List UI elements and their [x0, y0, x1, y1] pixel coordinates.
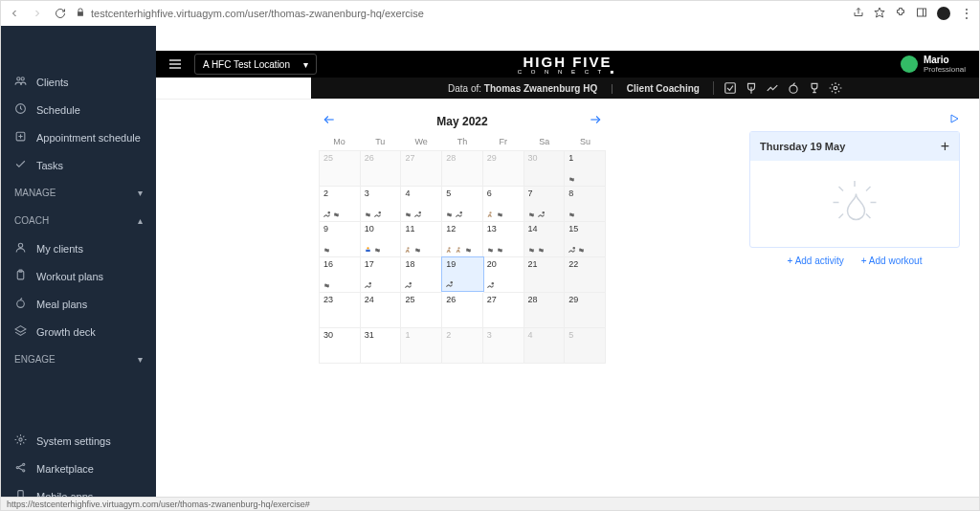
gear-icon[interactable] [829, 81, 842, 95]
calendar-day[interactable]: 2 [442, 328, 483, 364]
calendar-day[interactable]: 4 [524, 328, 566, 364]
sidebar-item-clients[interactable]: Clients [1, 68, 156, 96]
sidebar-item-meal-plans[interactable]: Meal plans [1, 290, 156, 318]
calendar-day[interactable]: 30 [524, 151, 566, 187]
sidebar-item-workout-plans[interactable]: Workout plans [1, 262, 156, 290]
star-icon[interactable] [874, 7, 885, 21]
calendar-day[interactable]: 20 [483, 257, 524, 293]
calendar-day[interactable]: 9 [320, 222, 361, 257]
calendar-day[interactable]: 12 [442, 222, 483, 257]
calendar-day[interactable]: 13 [483, 222, 524, 257]
calendar-day[interactable]: 27 [483, 293, 524, 328]
calendar-day[interactable]: 14 [524, 222, 566, 257]
kebab-icon[interactable]: ⋮ [960, 7, 973, 20]
calendar-day[interactable]: 19 [441, 256, 484, 292]
calendar-day[interactable]: 7 [524, 187, 566, 222]
day-panel: Thursday 19 May + [749, 131, 960, 248]
sidebar-item-schedule[interactable]: Schedule [1, 96, 156, 123]
hamburger-button[interactable] [156, 56, 194, 72]
activity-icon [445, 280, 454, 289]
extensions-icon[interactable] [895, 7, 906, 21]
checkbox-icon[interactable] [724, 81, 737, 95]
sidebar-section-engage[interactable]: ENGAGE ▾ [1, 345, 156, 373]
activity-icon [568, 175, 576, 184]
calendar-day[interactable]: 11 [401, 222, 442, 257]
calendar-day[interactable]: 30 [320, 328, 361, 364]
calendar-day[interactable]: 28 [442, 151, 483, 187]
calendar-day[interactable]: 3 [361, 187, 402, 222]
calendar-day[interactable]: 23 [320, 293, 361, 328]
calendar-day[interactable]: 31 [361, 328, 402, 364]
svg-point-31 [328, 212, 330, 214]
calendar-day[interactable]: 26 [361, 151, 402, 187]
calendar-day[interactable]: 21 [524, 257, 566, 293]
apple-icon[interactable] [787, 81, 800, 95]
calendar-day[interactable]: 3 [483, 328, 524, 364]
calendar-day[interactable]: 5 [565, 328, 606, 364]
reload-button[interactable] [53, 6, 68, 21]
user-menu[interactable]: Mario Professional [901, 55, 979, 74]
profile-avatar[interactable] [937, 7, 950, 20]
address-bar[interactable]: testcenterhighfive.virtuagym.com/user/th… [76, 8, 845, 19]
scale-icon[interactable] [745, 81, 758, 95]
sidebar-item-appointment-schedule[interactable]: Appointment schedule [1, 123, 156, 151]
svg-rect-37 [366, 250, 370, 252]
calendar-day[interactable]: 15 [565, 222, 606, 257]
calendar-day[interactable]: 4 [401, 187, 442, 222]
calendar-day[interactable]: 10 [361, 222, 402, 257]
calendar-day[interactable]: 26 [442, 293, 483, 328]
chart-icon[interactable] [766, 81, 779, 95]
share-icon [14, 461, 27, 476]
activity-icon [404, 211, 412, 219]
activity-icon [332, 211, 341, 219]
sidebar-item-my-clients[interactable]: My clients [1, 234, 156, 262]
calendar-day[interactable]: 17 [361, 257, 402, 293]
svg-line-19 [18, 468, 22, 470]
panel-icon[interactable] [916, 7, 927, 21]
svg-point-36 [543, 212, 545, 214]
sidebar-section-coach[interactable]: COACH ▴ [1, 207, 156, 234]
calendar-day[interactable]: 27 [401, 151, 442, 187]
back-button[interactable] [7, 6, 22, 21]
calendar-day[interactable]: 1 [401, 328, 442, 364]
calendar-day[interactable]: 24 [361, 293, 402, 328]
svg-point-40 [449, 247, 451, 249]
sidebar-item-tasks[interactable]: Tasks [1, 151, 156, 179]
calendar-day[interactable]: 8 [565, 187, 606, 222]
calendar-day[interactable]: 1 [565, 151, 606, 187]
forward-button[interactable] [30, 6, 45, 21]
calendar: May 2022 MoTuWeThFrSaSu 2526272829301234… [319, 113, 606, 364]
calendar-day[interactable]: 29 [565, 293, 606, 328]
calendar-day[interactable]: 25 [320, 151, 361, 187]
add-workout-link[interactable]: + Add workout [861, 256, 923, 266]
calendar-day[interactable]: 25 [401, 293, 442, 328]
play-button[interactable] [948, 113, 960, 127]
activity-icon [323, 246, 331, 255]
activity-icon [373, 246, 382, 255]
prev-month-button[interactable] [323, 113, 336, 129]
share-icon[interactable] [853, 7, 864, 21]
sidebar-item-system-settings[interactable]: System settings [1, 427, 156, 455]
calendar-day[interactable]: 29 [483, 151, 524, 187]
calendar-day[interactable]: 22 [565, 257, 606, 293]
activity-icon [527, 246, 536, 255]
add-activity-link[interactable]: + Add activity [788, 256, 844, 266]
sidebar-section-manage[interactable]: MANAGE ▾ [1, 179, 156, 207]
calendar-day[interactable]: 28 [524, 293, 566, 328]
avatar [901, 56, 918, 73]
trophy-icon[interactable] [808, 81, 821, 95]
add-button[interactable]: + [941, 138, 949, 155]
calendar-day[interactable]: 5 [442, 187, 483, 222]
svg-point-9 [18, 243, 22, 247]
sidebar-item-marketplace[interactable]: Marketplace [1, 455, 156, 482]
location-select[interactable]: A HFC Test Location ▾ [194, 54, 317, 75]
sidebar-item-growth-deck[interactable]: Growth deck [1, 318, 156, 345]
dow-label: Mo [319, 137, 360, 146]
client-coaching-link[interactable]: Client Coaching [627, 83, 700, 94]
calendar-day[interactable]: 6 [483, 187, 524, 222]
next-month-button[interactable] [589, 113, 602, 129]
calendar-day[interactable]: 18 [401, 257, 442, 293]
calendar-day[interactable]: 2 [320, 187, 361, 222]
check-icon [14, 158, 27, 172]
calendar-day[interactable]: 16 [320, 257, 361, 293]
